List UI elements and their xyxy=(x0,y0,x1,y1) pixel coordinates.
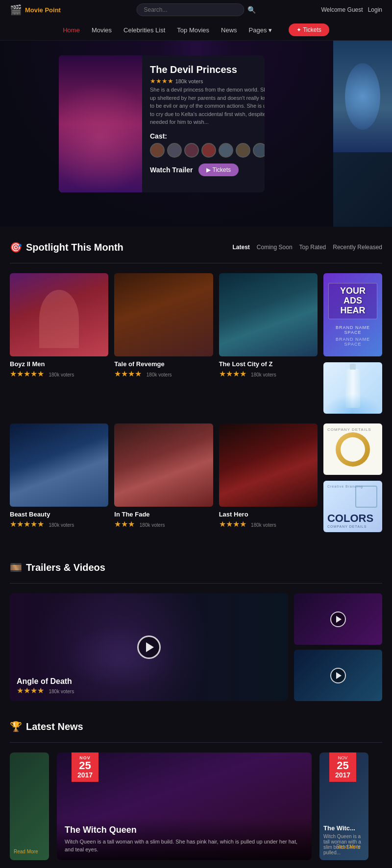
ad-slot-swirl[interactable]: COMPANY DETAILS xyxy=(323,423,382,475)
nav-tickets-button[interactable]: ✦ Tickets xyxy=(289,23,329,36)
read-more-right-text[interactable]: Read More xyxy=(337,844,361,849)
play-triangle xyxy=(146,642,154,652)
nav-pages[interactable]: Pages ▾ xyxy=(249,26,272,34)
cast-avatar-5[interactable] xyxy=(219,143,233,158)
hero-cast: 9+ xyxy=(150,143,265,158)
movie-title-beast: Beast Beauty xyxy=(10,511,108,518)
login-link[interactable]: Login xyxy=(368,6,382,13)
spotlight-header: 🎯 Spotlight This Month Latest Coming Soo… xyxy=(10,241,382,253)
ad-column: YOURADS HEAR Brand Name Space BRAND NAME… xyxy=(323,273,382,414)
hero-actions: Watch Trailer ▶ Tickets xyxy=(150,164,265,176)
movie-card-tale[interactable]: Tale of Revemge ★★★★ 180k voters xyxy=(114,273,213,414)
cast-avatar-6[interactable] xyxy=(236,143,250,158)
ad-slot-top[interactable]: YOURADS HEAR Brand Name Space BRAND NAME… xyxy=(323,273,382,356)
movie-title-tale: Tale of Revemge xyxy=(114,360,213,368)
company-details-label: COMPANY DETAILS xyxy=(327,427,371,432)
news-card-main[interactable]: NOV 25 2017 The Witch Queen Witch Queen … xyxy=(57,752,312,860)
ad-your-ads-line1: YOURADS HEAR xyxy=(334,286,372,315)
ad-slot-mid[interactable] xyxy=(323,362,382,414)
news-read-more-left: Read More xyxy=(14,846,45,855)
news-header: 🏆 Latest News xyxy=(10,721,382,732)
play-main-button[interactable] xyxy=(137,635,161,659)
movie-card-lost[interactable]: The Lost City of Z ★★★★ 180k voters xyxy=(219,273,318,414)
hero-side-art xyxy=(333,41,392,152)
tab-top-rated[interactable]: Top Rated xyxy=(299,244,326,251)
play-triangle-sm-1 xyxy=(336,616,342,623)
news-item-title: The Witch Queen xyxy=(65,825,304,835)
hero-card: The Devil Princess ★★★★ 180k voters She … xyxy=(59,55,265,192)
creative-branding-label: Creative Branding xyxy=(327,485,363,488)
trailer-main[interactable]: Angle of Death ★★★★ 180k voters xyxy=(10,593,288,701)
search-button[interactable]: 🔍 xyxy=(247,6,256,14)
watch-trailer-label: Watch Trailer xyxy=(150,166,193,174)
news-content: The Witch Queen Witch Queen is a tall wo… xyxy=(57,818,312,860)
movie-title-lost: The Lost City of Z xyxy=(219,360,318,368)
movie-rating-boyz: ★★★★★ 180k voters xyxy=(10,369,108,378)
logo[interactable]: 🎬 Movie Point xyxy=(10,4,61,16)
ad-box: YOURADS HEAR xyxy=(328,283,377,319)
movie-card-boyz[interactable]: Boyz II Men ★★★★★ 180k voters xyxy=(10,273,108,414)
cast-avatar-2[interactable] xyxy=(167,143,182,158)
movie-card-fade[interactable]: In The Fade ★★★ 180k voters xyxy=(114,423,213,532)
ad-slot-colors[interactable]: Creative Branding COLORS Company Details xyxy=(323,481,382,532)
tab-coming-soon[interactable]: Coming Soon xyxy=(257,244,293,251)
nav-news[interactable]: News xyxy=(221,26,237,34)
search-input[interactable] xyxy=(137,3,245,16)
trailer-main-title: Angle of Death xyxy=(17,677,74,686)
read-more-left-text[interactable]: Read More xyxy=(14,849,38,854)
tab-recently-released[interactable]: Recently Released xyxy=(333,244,382,251)
trailer-main-rating: ★★★★ 180k voters xyxy=(17,686,74,695)
movie-thumb-hero xyxy=(219,423,318,507)
nav-celebrities[interactable]: Celebrities List xyxy=(123,26,165,34)
trailers-header: 🎞️ Trailers & Videos xyxy=(10,562,382,573)
cast-avatar-3[interactable] xyxy=(184,143,199,158)
movie-card-hero[interactable]: Last Hero ★★★★ 180k voters xyxy=(219,423,318,532)
ad-column-2: COMPANY DETAILS Creative Branding COLORS… xyxy=(323,423,382,532)
movie-rating-lost: ★★★★ 180k voters xyxy=(219,369,318,378)
welcome-text: Welcome Guest xyxy=(321,6,363,13)
news-item-desc: Witch Queen is a tall woman with a slim … xyxy=(65,838,304,853)
logo-text: Movie Point xyxy=(25,6,61,14)
movie-title-hero: Last Hero xyxy=(219,511,318,518)
nav-top-movies[interactable]: Top Movies xyxy=(177,26,209,34)
ad-brand-name: BRAND NAME SPACE xyxy=(328,337,377,347)
movie-card-beast[interactable]: Beast Beauty ★★★★★ 180k voters xyxy=(10,423,108,532)
news-divider xyxy=(10,742,382,743)
logo-icon: 🎬 xyxy=(10,4,22,16)
site-header: 🎬 Movie Point 🔍 Welcome Guest Login xyxy=(0,0,392,20)
header-right: Welcome Guest Login xyxy=(321,6,382,13)
search-area: 🔍 xyxy=(137,3,256,16)
movie-rating-fade: ★★★ 180k voters xyxy=(114,519,213,529)
right-news-title: The Witc... xyxy=(323,824,365,832)
trailer-thumb-2[interactable] xyxy=(294,650,382,701)
cast-avatar-1[interactable] xyxy=(150,143,165,158)
colors-box xyxy=(355,486,377,508)
hero-tickets-button[interactable]: ▶ Tickets xyxy=(198,164,239,176)
nav-movies[interactable]: Movies xyxy=(92,26,112,34)
play-thumb-2-button[interactable] xyxy=(330,668,346,683)
hero-cast-label: Cast: xyxy=(150,132,265,140)
movie-title-boyz: Boyz II Men xyxy=(10,360,108,368)
right-day: 25 xyxy=(334,760,351,771)
tab-latest[interactable]: Latest xyxy=(233,244,250,251)
movie-title-fade: In The Fade xyxy=(114,511,213,518)
movie-thumb-fade xyxy=(114,423,213,507)
colors-subtitle: Company Details xyxy=(327,525,367,528)
news-section: 🏆 Latest News Read More NOV 25 2017 The … xyxy=(0,711,392,868)
trailer-glow xyxy=(66,626,177,690)
play-triangle-sm-2 xyxy=(336,672,342,679)
news-date-day: 25 xyxy=(76,760,94,771)
trailer-main-info: Angle of Death ★★★★ 180k voters xyxy=(17,677,74,695)
hero-poster xyxy=(59,55,142,192)
movie-thumb-tale xyxy=(114,273,213,356)
cast-avatar-7[interactable] xyxy=(253,143,265,158)
nav-home[interactable]: Home xyxy=(63,26,80,34)
spotlight-row-1: Boyz II Men ★★★★★ 180k voters Tale of Re… xyxy=(10,273,382,414)
ad-splash xyxy=(323,394,382,414)
cast-avatar-4[interactable] xyxy=(201,143,216,158)
play-thumb-1-button[interactable] xyxy=(330,611,346,627)
hero-stars: ★★★★ 180k voters xyxy=(150,77,265,85)
trailer-thumb-1[interactable] xyxy=(294,593,382,645)
spotlight-icon: 🎯 xyxy=(10,241,22,253)
spotlight-divider xyxy=(10,263,382,263)
